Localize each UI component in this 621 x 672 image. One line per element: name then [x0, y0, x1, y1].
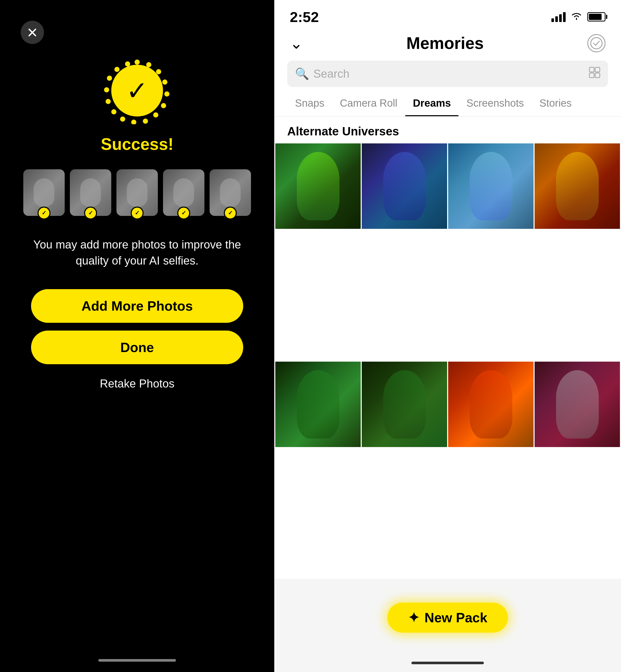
figure-1 — [297, 152, 339, 220]
left-panel: ✓ Success! ✓ ✓ ✓ ✓ — [0, 0, 274, 672]
status-bar: 2:52 — [274, 0, 621, 26]
success-icon-wrapper: ✓ — [104, 57, 171, 124]
svg-rect-18 — [595, 67, 600, 72]
wifi-icon — [571, 11, 582, 23]
figure-6 — [383, 370, 426, 438]
face-1 — [34, 179, 54, 207]
home-bar — [411, 662, 484, 664]
svg-point-12 — [104, 87, 109, 92]
battery-icon — [587, 12, 606, 22]
svg-point-2 — [156, 69, 161, 74]
svg-point-6 — [153, 112, 158, 118]
grid-cell-7[interactable] — [448, 362, 534, 447]
selfie-row: ✓ ✓ ✓ ✓ ✓ — [23, 169, 251, 216]
search-icon: 🔍 — [295, 67, 309, 80]
svg-point-10 — [111, 109, 116, 114]
selfie-thumb-2: ✓ — [70, 169, 111, 216]
selfie-check-3: ✓ — [131, 206, 143, 220]
selfie-check-5: ✓ — [224, 206, 237, 220]
tab-dreams[interactable]: Dreams — [405, 92, 459, 116]
grid-cell-5[interactable] — [275, 362, 361, 447]
svg-point-4 — [164, 91, 169, 96]
svg-point-8 — [131, 120, 136, 124]
figure-5 — [297, 370, 339, 438]
description-text: You may add more photos to improve the q… — [0, 237, 274, 269]
svg-point-9 — [120, 117, 125, 122]
figure-4 — [556, 152, 599, 220]
figure-3 — [470, 152, 512, 220]
grid-cell-6[interactable] — [362, 362, 447, 447]
section-title: Alternate Universes — [274, 117, 621, 144]
image-grid — [274, 144, 621, 579]
face-4 — [173, 179, 194, 207]
selfie-thumb-5: ✓ — [210, 169, 251, 216]
grid-cell-8[interactable] — [535, 362, 620, 447]
bottom-area: ✦ New Pack — [274, 579, 621, 657]
close-button[interactable] — [21, 21, 44, 44]
search-bar[interactable]: 🔍 Search — [287, 61, 608, 87]
selfie-thumb-1: ✓ — [23, 169, 65, 216]
svg-point-13 — [107, 76, 112, 81]
tab-snaps[interactable]: Snaps — [287, 92, 332, 116]
memories-title: Memories — [407, 34, 484, 53]
memories-header: ⌄ Memories — [274, 26, 621, 61]
figure-8 — [556, 370, 599, 438]
svg-point-11 — [106, 99, 111, 104]
status-time: 2:52 — [290, 8, 319, 25]
sparkle-icon: ✦ — [408, 610, 419, 625]
svg-point-1 — [146, 62, 151, 67]
svg-point-0 — [134, 60, 140, 65]
svg-rect-17 — [589, 67, 594, 72]
tab-screenshots[interactable]: Screenshots — [458, 92, 532, 116]
grid-cell-2[interactable] — [362, 144, 447, 229]
tabs-row: Snaps Camera Roll Dreams Screenshots Sto… — [274, 92, 621, 117]
retake-photos-button[interactable]: Retake Photos — [100, 377, 175, 390]
battery-fill — [589, 14, 602, 20]
svg-point-3 — [162, 79, 167, 85]
svg-rect-20 — [595, 73, 600, 78]
selfie-check-4: ✓ — [177, 206, 190, 220]
select-icon[interactable] — [587, 34, 606, 52]
add-more-photos-button[interactable]: Add More Photos — [31, 289, 243, 323]
signal-icon — [551, 12, 566, 22]
selfie-thumb-4: ✓ — [163, 169, 204, 216]
tab-camera-roll[interactable]: Camera Roll — [332, 92, 405, 116]
svg-point-5 — [161, 103, 166, 108]
new-pack-button[interactable]: ✦ New Pack — [387, 603, 508, 633]
grid-view-icon[interactable] — [589, 67, 600, 81]
new-pack-label: New Pack — [425, 610, 488, 625]
success-text: Success! — [101, 134, 173, 154]
selfie-check-1: ✓ — [38, 206, 50, 220]
selfie-thumb-3: ✓ — [116, 169, 158, 216]
svg-point-16 — [591, 38, 602, 49]
svg-point-14 — [114, 67, 120, 72]
svg-point-7 — [143, 119, 148, 124]
face-5 — [220, 179, 241, 207]
selfie-check-2: ✓ — [84, 206, 97, 220]
home-indicator-right — [274, 657, 621, 672]
home-indicator — [98, 659, 176, 662]
dot-ring-svg — [104, 57, 171, 124]
face-2 — [80, 179, 101, 207]
svg-rect-19 — [589, 73, 594, 78]
svg-point-15 — [125, 61, 130, 67]
back-chevron-icon[interactable]: ⌄ — [290, 34, 303, 52]
search-input[interactable]: Search — [313, 67, 585, 80]
face-3 — [127, 179, 148, 207]
grid-cell-1[interactable] — [275, 144, 361, 229]
status-icons — [551, 11, 606, 23]
tab-stories[interactable]: Stories — [532, 92, 580, 116]
right-panel: 2:52 ⌄ Memories — [274, 0, 621, 672]
figure-2 — [383, 152, 426, 220]
grid-cell-4[interactable] — [535, 144, 620, 229]
done-button[interactable]: Done — [31, 330, 243, 364]
figure-7 — [470, 370, 512, 438]
grid-cell-3[interactable] — [448, 144, 534, 229]
